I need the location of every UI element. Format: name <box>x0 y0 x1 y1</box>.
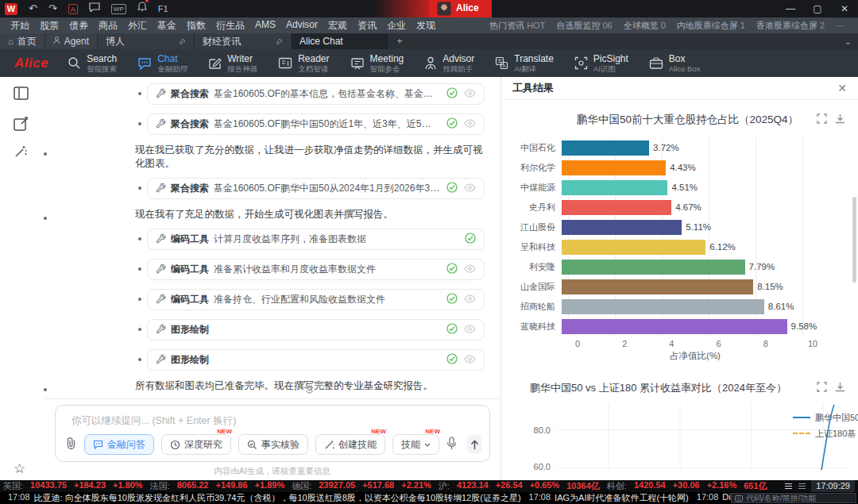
quick-screen-link[interactable]: 自选股监控06 <box>556 20 612 32</box>
expand-fullscreen-icon[interactable] <box>817 382 827 394</box>
home-icon: ⌂ <box>8 37 14 46</box>
alice-tool-advisor[interactable]: Advisor投顾助手 <box>424 54 474 73</box>
view-result-eye-icon[interactable] <box>464 325 476 336</box>
quick-screen-link[interactable]: ⋯ <box>836 21 847 31</box>
tool-call-card[interactable]: 编码工具 准备累计收益率和月度收益率数据文件 <box>147 259 485 280</box>
menu-item[interactable]: 发现 <box>416 19 435 33</box>
menu-item[interactable]: 基金 <box>157 19 176 33</box>
view-result-eye-icon[interactable] <box>464 355 476 366</box>
window-close-button[interactable]: ✕ <box>831 0 858 17</box>
menu-item[interactable]: 商品 <box>99 19 118 33</box>
alice-tool-search[interactable]: Search智能搜索 <box>68 54 117 73</box>
tool-call-card[interactable]: 聚合搜索 基金160605.OF鹏华中国50从2024年1月到2026年3月的月… <box>147 178 485 199</box>
favorites-star-icon[interactable]: ☆ <box>14 460 25 477</box>
download-chart-icon[interactable] <box>835 382 845 394</box>
index-token: 4123.14 <box>457 480 489 492</box>
tool-call-card[interactable]: 图形绘制 <box>147 349 485 371</box>
tabbar-chevron-down-icon[interactable]: ⌄ <box>844 33 852 49</box>
xaxis-tick: 8 <box>763 339 768 348</box>
window-minimize-button[interactable]: — <box>777 0 804 17</box>
chat-input-placeholder[interactable]: 你可以继续提问... (Shift + Enter 换行) <box>72 414 236 428</box>
tab-home[interactable]: ⌂ 首页 <box>0 33 45 49</box>
skills-dropdown-button[interactable]: NEW 技能 <box>392 434 439 455</box>
menu-item[interactable]: 企业 <box>387 19 406 33</box>
message-bubble-icon[interactable] <box>89 0 100 17</box>
news-headline[interactable]: 17:08IAG为AI时代准备软件工程(十轮网) <box>529 492 689 504</box>
alice-tool-box[interactable]: BoxAlice Box <box>649 54 701 73</box>
scroll-to-bottom-icon[interactable] <box>304 385 315 396</box>
menu-item[interactable]: Advisor <box>286 19 318 33</box>
index-token: +0.65% <box>530 480 560 492</box>
quick-screen-link[interactable]: 内地股票综合屏1 <box>677 20 745 32</box>
tool-call-card[interactable]: 编码工具 计算月度收益率序列，准备图表数据 <box>147 229 485 250</box>
chat-area: 聚合搜索 基金160605.OF的基本信息，包括基金名称、基金类型、成立日期、基… <box>44 77 500 480</box>
view-result-eye-icon[interactable] <box>464 89 476 100</box>
tab-agent[interactable]: Agent <box>45 33 98 49</box>
f1-help-icon[interactable]: F1 <box>158 0 168 17</box>
attachment-paperclip-icon[interactable] <box>65 437 77 452</box>
tab-boren[interactable]: 博人 <box>98 33 195 49</box>
tool-call-card[interactable]: 编码工具 准备持仓、行业配置和风险收益数据文件 <box>147 289 485 310</box>
code-search-box[interactable]: 代码/名称/简拼/功能 <box>731 493 856 503</box>
list-view-icon[interactable] <box>784 482 793 491</box>
alice-tool-translate[interactable]: 文A TranslateAI翻译 <box>495 54 554 73</box>
menu-item[interactable]: 衍生品 <box>216 19 245 33</box>
pin-icon[interactable] <box>276 38 283 45</box>
undo-icon[interactable]: ↶ <box>29 0 37 17</box>
menu-item[interactable]: 股票 <box>40 19 59 33</box>
mode-create-skill-button[interactable]: NEW 创建技能 <box>315 434 385 455</box>
history-panel-toggle-icon[interactable] <box>14 87 29 102</box>
menu-item[interactable]: 外汇 <box>128 19 147 33</box>
xaxis-tick: 2 <box>622 339 627 348</box>
new-chat-icon[interactable] <box>14 117 29 133</box>
view-result-eye-icon[interactable] <box>464 294 476 306</box>
menu-item[interactable]: 开始 <box>10 19 29 33</box>
tool-call-card[interactable]: 聚合搜索 基金160605.OF鹏华中国50的近1年、近3年、近5年、成立以来收… <box>147 113 485 135</box>
window-maximize-button[interactable]: ▢ <box>804 0 831 17</box>
alice-title-badge[interactable]: Alice <box>373 0 492 17</box>
expand-fullscreen-icon[interactable] <box>817 113 827 126</box>
alice-tool-meeting[interactable]: Meeting智能参会 <box>350 54 404 73</box>
menu-item[interactable]: 债券 <box>69 19 88 33</box>
quick-screen-link[interactable]: 全球概览0 <box>624 20 666 32</box>
tab-finance-news[interactable]: 财经资讯 <box>195 33 292 49</box>
view-result-eye-icon[interactable] <box>464 119 476 130</box>
news-headline[interactable]: 17:08比亚迪: 向全体股东每10股派发现金红利人民币39.74元（含税），每… <box>8 492 521 504</box>
notification-bell-icon[interactable] <box>137 0 147 17</box>
panel-scrollbar[interactable] <box>852 197 856 283</box>
redo-icon[interactable]: ↷ <box>48 0 57 17</box>
mode-deep-research-button[interactable]: NEW 深度研究 <box>161 434 231 455</box>
menu-item[interactable]: 资讯 <box>358 19 377 33</box>
alice-tool-reader[interactable]: Reader文档智读 <box>278 54 329 73</box>
tab-alice-chat[interactable]: Alice Chat <box>292 33 388 49</box>
tool-call-card[interactable]: 图形绘制 <box>147 319 485 340</box>
chat-input-box[interactable]: 你可以继续提问... (Shift + Enter 换行) 金融问答 NEW 深… <box>55 405 490 462</box>
wind-logo-icon[interactable]: W <box>5 3 17 15</box>
view-result-eye-icon[interactable] <box>464 183 476 194</box>
mode-finance-qa-button[interactable]: 金融问答 <box>84 434 154 455</box>
view-result-eye-icon[interactable] <box>464 264 476 275</box>
pin-icon[interactable] <box>179 38 186 45</box>
menu-item[interactable]: 指数 <box>187 19 206 33</box>
alice-tool-picsight[interactable]: PicSightAI识图 <box>574 54 628 73</box>
alice-tool-chat[interactable]: Chat金融助理 <box>137 54 187 73</box>
wp-icon[interactable]: WP <box>111 4 126 14</box>
quote-a-icon[interactable]: A <box>68 4 78 14</box>
magic-wand-icon[interactable] <box>14 144 28 161</box>
quick-screen-link[interactable]: 香港股票综合屏2 <box>756 20 825 32</box>
list-view-icon[interactable] <box>798 482 806 491</box>
menu-item[interactable]: AMS <box>255 19 276 33</box>
voice-mic-icon[interactable] <box>446 437 457 452</box>
panel-close-icon[interactable]: ✕ <box>837 82 847 94</box>
mode-fact-check-button[interactable]: 事实核验 <box>238 434 308 455</box>
news-headline[interactable]: 17:08Did Applied Digital’ s US$2.15 Bill… <box>697 492 731 504</box>
download-chart-icon[interactable] <box>835 113 845 126</box>
tool-call-card[interactable]: 聚合搜索 基金160605.OF的基本信息，包括基金名称、基金类型、成立日期、基… <box>147 83 485 105</box>
send-button[interactable] <box>467 435 481 454</box>
alice-tool-writer[interactable]: Writer报告神器 <box>208 54 257 73</box>
menu-item[interactable]: 宏观 <box>328 19 347 33</box>
quick-screen-link[interactable]: 热门资讯HOT <box>489 20 545 32</box>
wrench-tool-icon <box>156 88 166 101</box>
new-tab-button[interactable]: + <box>388 33 411 49</box>
tool-result-panel: 工具结果 ✕ 鹏华中国50前十大重仓股持仓占比（2025Q4） 中国石化3.72… <box>500 77 858 480</box>
